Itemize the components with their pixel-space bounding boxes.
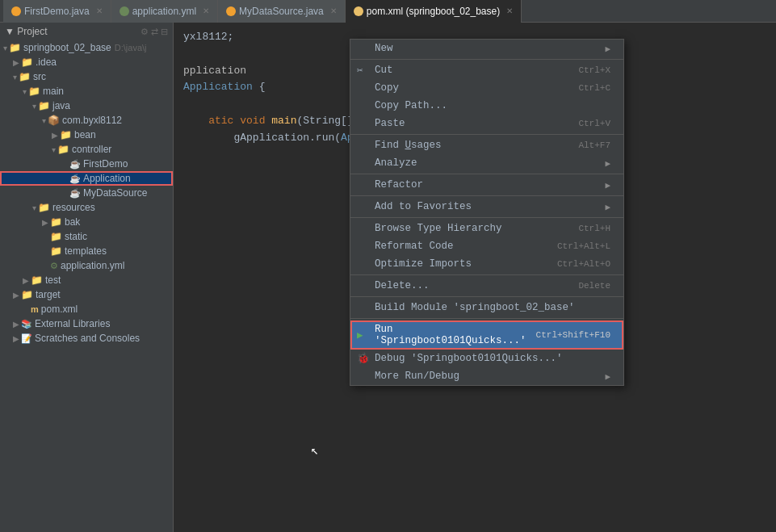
arrow-icon: ▶ <box>42 218 48 227</box>
tree-item-java[interactable]: ▾ 📁 java <box>0 98 173 113</box>
menu-item-new[interactable]: New ▶ <box>350 40 623 57</box>
main-layout: ▼ Project ⚙ ⇄ ⊟ ▾ 📁 springboot_02_base D… <box>0 23 776 532</box>
menu-run-label: Run 'Springboot0101Quicks...' <box>375 324 536 346</box>
arrow-icon: ▶ <box>13 320 19 329</box>
menu-item-optimize-imports[interactable]: Optimize Imports Ctrl+Alt+O <box>350 255 623 273</box>
tree-item-mydatasource[interactable]: ☕ MyDataSource <box>0 186 173 200</box>
menu-delete-label: Delete... <box>375 280 430 291</box>
menu-item-copy[interactable]: Copy Ctrl+C <box>350 79 623 97</box>
menu-copy-label: Copy <box>375 82 399 94</box>
tree-item-test[interactable]: ▶ 📁 test <box>0 273 173 287</box>
tab-mydatasource[interactable]: MyDataSource.java ✕ <box>218 0 346 23</box>
java-file-icon3: ☕ <box>69 188 81 199</box>
tab-pom-xml[interactable]: pom.xml (springboot_02_base) ✕ <box>346 0 522 23</box>
menu-item-cut[interactable]: ✂ Cut Ctrl+X <box>350 61 623 79</box>
tree-item-root[interactable]: ▾ 📁 springboot_02_base D:\java\j <box>0 40 173 55</box>
tree-item-application[interactable]: ☕ Application <box>0 171 173 186</box>
menu-morerun-label: More Run/Debug <box>375 371 459 382</box>
tab-application-yml[interactable]: application.yml ✕ <box>111 0 218 23</box>
tree-item-bean[interactable]: ▶ 📁 bean <box>0 128 173 142</box>
tab-pom-label: pom.xml (springboot_02_base) <box>367 6 500 17</box>
tab-close-icon[interactable]: ✕ <box>96 6 103 15</box>
menu-paste-label: Paste <box>375 118 405 129</box>
cut-icon: ✂ <box>357 64 363 77</box>
tree-target-label: target <box>36 289 61 300</box>
tree-item-target[interactable]: ▶ 📁 target <box>0 287 173 302</box>
tab-firstdemo[interactable]: FirstDemo.java ✕ <box>3 0 111 23</box>
folder-icon: 📁 <box>9 42 21 53</box>
tree-item-external-libs[interactable]: ▶ 📚 External Libraries <box>0 316 173 331</box>
menu-item-paste[interactable]: Paste Ctrl+V <box>350 115 623 132</box>
menu-addfav-label: Add to Favorites <box>375 201 472 212</box>
tab-close-icon[interactable]: ✕ <box>506 6 513 15</box>
menu-item-debug[interactable]: 🐞 Debug 'Springboot0101Quicks...' <box>350 350 623 367</box>
root-path: D:\java\j <box>115 43 147 52</box>
menu-item-delete[interactable]: Delete... Delete <box>350 277 623 295</box>
yml-file-icon: ⚙ <box>50 261 58 271</box>
tree-item-resources[interactable]: ▾ 📁 resources <box>0 200 173 215</box>
tree-item-pom[interactable]: m pom.xml <box>0 302 173 316</box>
tree-controller-label: controller <box>72 144 111 155</box>
java-icon2 <box>226 6 236 16</box>
folder-icon: 📁 <box>50 231 62 242</box>
tree-item-package[interactable]: ▾ 📦 com.byxl8112 <box>0 113 173 128</box>
menu-item-run[interactable]: ▶ Run 'Springboot0101Quicks...' Ctrl+Shi… <box>350 320 623 350</box>
menu-refactor-label: Refactor <box>375 179 423 191</box>
folder-icon: 📁 <box>19 71 31 82</box>
tree-item-scratches[interactable]: ▶ 📝 Scratches and Consoles <box>0 331 173 346</box>
menu-new-label: New <box>375 43 393 54</box>
tree-item-firstdemo[interactable]: ☕ FirstDemo <box>0 157 173 171</box>
tab-yml-label: application.yml <box>132 6 196 17</box>
tree-test-label: test <box>45 274 61 286</box>
menu-item-add-favorites[interactable]: Add to Favorites ▶ <box>350 198 623 216</box>
tree-root-label: springboot_02_base <box>23 42 111 53</box>
arrow-icon: ▶ <box>13 58 19 67</box>
run-icon: ▶ <box>357 329 363 341</box>
menu-item-more-run[interactable]: More Run/Debug ▶ <box>350 367 623 385</box>
java-icon <box>11 6 21 16</box>
delete-shortcut: Delete <box>578 281 610 291</box>
folder-icon: 📁 <box>38 202 50 213</box>
menu-item-browse-hierarchy[interactable]: Browse Type Hierarchy Ctrl+H <box>350 220 623 237</box>
tree-item-bak[interactable]: ▶ 📁 bak <box>0 215 173 229</box>
debug-icon: 🐞 <box>357 352 370 365</box>
tree-item-idea[interactable]: ▶ 📁 .idea <box>0 55 173 69</box>
tree-item-static[interactable]: 📁 static <box>0 229 173 244</box>
folder-icon: 📁 <box>50 216 62 228</box>
menu-item-find-usages[interactable]: Find Usages Alt+F7 <box>350 136 623 154</box>
tree-item-src[interactable]: ▾ 📁 src <box>0 69 173 84</box>
lib-icon: 📚 <box>21 319 32 329</box>
arrow-icon: ▾ <box>23 87 27 96</box>
java-file-icon2: ☕ <box>69 174 81 184</box>
tree-java-label: java <box>52 100 70 111</box>
menu-item-build-module[interactable]: Build Module 'springboot_02_base' <box>350 299 623 316</box>
tree-bean-label: bean <box>74 129 96 140</box>
menu-item-reformat[interactable]: Reformat Code Ctrl+Alt+L <box>350 237 623 255</box>
tree-item-templates[interactable]: 📁 templates <box>0 244 173 258</box>
arrow-icon: ▾ <box>52 145 56 154</box>
arrow-icon: ▾ <box>13 73 17 82</box>
submenu-arrow: ▶ <box>605 180 610 191</box>
menu-item-analyze[interactable]: Analyze ▶ <box>350 154 623 172</box>
folder-icon: 📁 <box>57 144 69 155</box>
tree-package-label: com.byxl8112 <box>62 115 122 126</box>
folder-icon: 📁 <box>31 274 43 286</box>
menu-separator <box>350 134 623 135</box>
code-editor[interactable]: yxl8112; pplication Application { atic v… <box>174 23 776 532</box>
tree-yml-label: application.yml <box>61 260 124 271</box>
folder-icon: 📁 <box>50 245 62 257</box>
tab-firstdemo-label: FirstDemo.java <box>24 6 90 17</box>
menu-item-copy-path[interactable]: Copy Path... <box>350 97 623 115</box>
menu-separator <box>350 318 623 319</box>
reformat-shortcut: Ctrl+Alt+L <box>557 241 610 251</box>
menu-item-refactor[interactable]: Refactor ▶ <box>350 176 623 194</box>
tree-item-controller[interactable]: ▾ 📁 controller <box>0 142 173 157</box>
tree-item-main[interactable]: ▾ 📁 main <box>0 84 173 98</box>
tab-close-icon[interactable]: ✕ <box>330 6 337 15</box>
menu-copypath-label: Copy Path... <box>375 100 447 111</box>
menu-cut-label: Cut <box>375 65 393 76</box>
tab-bar: FirstDemo.java ✕ application.yml ✕ MyDat… <box>0 0 776 23</box>
tree-item-yml[interactable]: ⚙ application.yml <box>0 258 173 273</box>
folder-orange-icon: 📁 <box>21 289 33 300</box>
tab-close-icon[interactable]: ✕ <box>203 6 209 15</box>
